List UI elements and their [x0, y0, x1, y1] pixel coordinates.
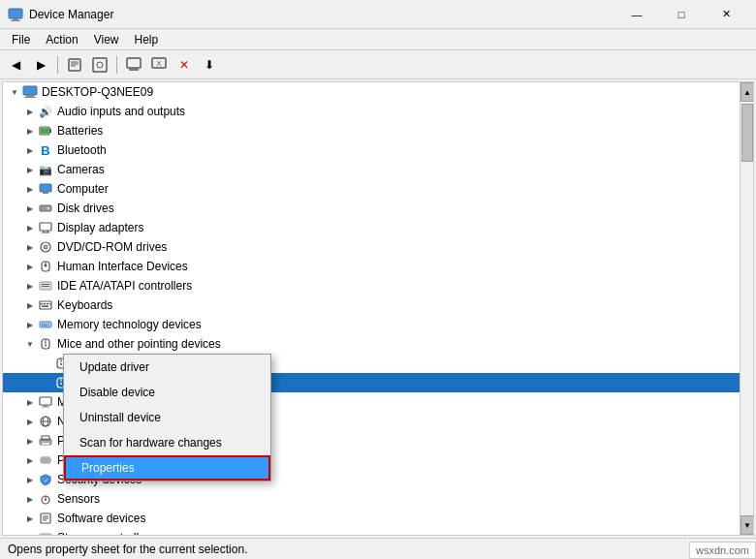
svg-rect-9: [127, 58, 141, 68]
hid-expand-icon: [22, 259, 38, 274]
bluetooth-expand-icon: [22, 142, 38, 158]
scrollbar[interactable]: ▲ ▼: [740, 82, 753, 535]
keyboards-label: Keyboards: [57, 298, 112, 312]
network-icon: [38, 414, 53, 429]
display-label: Display adapters: [57, 221, 143, 234]
tree-software[interactable]: Software devices: [3, 509, 753, 528]
sensors-expand-icon: [22, 491, 38, 507]
svg-rect-13: [23, 86, 37, 95]
software-label: Software devices: [57, 512, 145, 525]
scrollbar-down[interactable]: ▼: [740, 515, 754, 535]
svg-point-8: [97, 62, 103, 68]
svg-point-22: [47, 207, 50, 210]
menu-view[interactable]: View: [86, 31, 127, 48]
hid-mouse1-expand: [38, 356, 53, 371]
cameras-label: Cameras: [57, 163, 105, 176]
svg-rect-36: [40, 301, 51, 309]
keyboards-expand-icon: [22, 297, 38, 313]
computer-label: Computer: [57, 182, 109, 196]
toolbar-forward[interactable]: ▶: [29, 54, 52, 76]
context-properties[interactable]: Properties: [64, 455, 270, 481]
bluetooth-label: Bluetooth: [57, 143, 107, 157]
svg-rect-38: [44, 303, 46, 305]
toolbar-scan[interactable]: [88, 54, 111, 76]
batteries-label: Batteries: [57, 124, 103, 138]
tree-computer[interactable]: Computer: [3, 179, 753, 199]
disk-icon: [38, 201, 53, 216]
toolbar-uninstall[interactable]: X: [147, 54, 171, 76]
scrollbar-thumb[interactable]: [741, 104, 753, 162]
tree-dvd[interactable]: DVD/CD-ROM drives: [3, 237, 753, 257]
audio-expand-icon: [22, 104, 38, 119]
app-icon: [8, 7, 23, 22]
scrollbar-up[interactable]: ▲: [740, 82, 754, 102]
context-update-driver[interactable]: Update driver: [64, 355, 270, 380]
svg-point-55: [60, 383, 62, 385]
dvd-label: DVD/CD-ROM drives: [57, 240, 167, 254]
window-controls: — □ ✕: [614, 0, 748, 29]
hid-mouse2-expand: [38, 375, 53, 390]
toolbar-update[interactable]: [122, 54, 145, 76]
ide-icon: [38, 278, 53, 294]
processors-icon: [38, 452, 53, 468]
memory-icon: [38, 317, 53, 332]
tree-display[interactable]: Display adapters: [3, 218, 753, 237]
display-icon: [38, 220, 53, 235]
context-disable-device[interactable]: Disable device: [64, 380, 270, 405]
context-uninstall-device[interactable]: Uninstall device: [64, 405, 270, 430]
svg-rect-37: [41, 303, 43, 305]
hid-label: Human Interface Devices: [57, 260, 188, 273]
maximize-button[interactable]: □: [659, 0, 704, 29]
svg-rect-39: [47, 303, 48, 305]
window-title: Device Manager: [29, 8, 614, 21]
keyboards-icon: [38, 297, 53, 313]
menu-file[interactable]: File: [4, 31, 38, 48]
minimize-button[interactable]: —: [614, 0, 659, 29]
svg-rect-19: [40, 184, 51, 192]
toolbar-back[interactable]: ◀: [4, 54, 27, 76]
svg-point-49: [45, 345, 47, 347]
display-expand-icon: [22, 220, 38, 235]
tree-keyboards[interactable]: Keyboards: [3, 295, 753, 315]
tree-bluetooth[interactable]: B Bluetooth: [3, 140, 753, 160]
svg-rect-35: [42, 286, 49, 287]
batteries-icon: [38, 123, 53, 139]
svg-rect-66: [43, 458, 48, 462]
tree-root[interactable]: DESKTOP-Q3NEE09: [3, 82, 753, 102]
close-button[interactable]: ✕: [704, 0, 748, 29]
computer-icon: [38, 181, 53, 197]
security-icon: ✓: [38, 472, 53, 487]
disk-label: Disk drives: [57, 202, 114, 215]
tree-cameras[interactable]: Cameras: [3, 160, 753, 179]
svg-point-52: [60, 363, 62, 365]
svg-rect-14: [26, 95, 34, 97]
tree-audio[interactable]: Audio inputs and outputs: [3, 102, 753, 121]
context-scan-changes[interactable]: Scan for hardware changes: [64, 430, 270, 455]
root-expand-icon: [7, 84, 22, 100]
monitors-expand-icon: [22, 394, 38, 410]
batteries-expand-icon: [22, 123, 38, 139]
tree-disk[interactable]: Disk drives: [3, 199, 753, 218]
menu-help[interactable]: Help: [127, 31, 167, 48]
tree-mice[interactable]: Mice and other pointing devices: [3, 334, 753, 354]
tree-ide[interactable]: IDE ATA/ATAPI controllers: [3, 276, 753, 295]
mice-icon: [38, 336, 53, 352]
tree-memory[interactable]: Memory technology devices: [3, 315, 753, 334]
toolbar-properties[interactable]: [63, 54, 86, 76]
tree-sensors[interactable]: Sensors: [3, 489, 753, 509]
svg-rect-45: [46, 324, 47, 326]
svg-rect-15: [24, 97, 36, 98]
tree-hid[interactable]: Human Interface Devices: [3, 257, 753, 276]
svg-rect-1: [13, 18, 18, 20]
monitors-icon: [38, 394, 53, 410]
device-tree[interactable]: DESKTOP-Q3NEE09 Audio inputs and outputs…: [2, 81, 754, 536]
toolbar-download[interactable]: ⬇: [198, 54, 221, 76]
tree-batteries[interactable]: Batteries: [3, 121, 753, 140]
toolbar-disable[interactable]: ✕: [173, 54, 196, 76]
menu-action[interactable]: Action: [38, 31, 85, 48]
cameras-icon: [38, 162, 53, 177]
tree-storage[interactable]: Storage controllers: [3, 528, 753, 536]
audio-label: Audio inputs and outputs: [57, 105, 185, 118]
svg-rect-0: [9, 9, 22, 18]
storage-icon: [38, 530, 53, 536]
